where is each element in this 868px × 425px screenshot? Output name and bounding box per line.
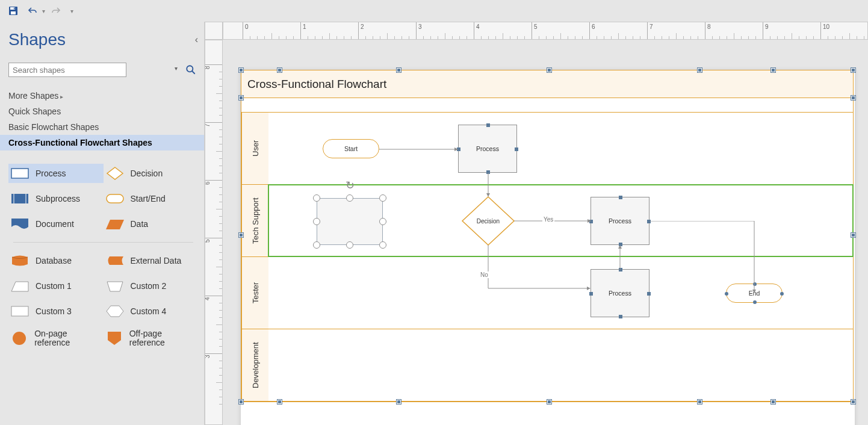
resize-handle[interactable] <box>379 218 386 225</box>
svg-point-17 <box>13 332 26 345</box>
stencil-custom1[interactable]: Custom 1 <box>11 279 101 293</box>
svg-rect-11 <box>107 194 123 203</box>
stencil-label: Start/End <box>131 194 166 203</box>
swimlane-container[interactable]: Cross-Functional Flowchart User <box>241 70 854 402</box>
collapse-panel-icon[interactable]: ‹ <box>195 34 198 45</box>
lane-label[interactable]: Tester <box>241 257 268 329</box>
undo-button[interactable] <box>24 2 41 19</box>
svg-marker-23 <box>486 193 490 197</box>
stencil-external-data[interactable]: External Data <box>106 253 196 268</box>
rotate-handle-icon[interactable]: ↻ <box>346 179 355 192</box>
stencil-label: Custom 1 <box>36 281 72 291</box>
ruler-corner <box>205 22 223 40</box>
shapes-panel-title: Shapes <box>8 30 66 49</box>
svg-rect-6 <box>11 169 28 178</box>
stencil-data[interactable]: Data <box>106 217 196 231</box>
svg-marker-25 <box>587 219 591 223</box>
shape-selected-process[interactable] <box>317 198 383 245</box>
svg-rect-2 <box>11 11 16 14</box>
lane-user[interactable]: User Start Process <box>241 113 853 185</box>
stencil-label: On-page reference <box>34 329 101 348</box>
resize-handle[interactable] <box>346 194 353 202</box>
lane-development[interactable]: Development <box>241 329 853 402</box>
category-more-shapes[interactable]: More Shapes <box>0 88 204 104</box>
shape-decision[interactable]: Decision <box>461 196 515 246</box>
search-input[interactable] <box>8 63 126 77</box>
save-button[interactable] <box>5 2 22 19</box>
resize-handle[interactable] <box>379 241 386 249</box>
svg-marker-18 <box>108 332 121 345</box>
connector-label-yes[interactable]: Yes <box>542 216 554 223</box>
svg-line-5 <box>192 71 195 74</box>
resize-handle[interactable] <box>346 241 353 249</box>
redo-button[interactable] <box>48 2 64 19</box>
svg-marker-20 <box>454 147 458 151</box>
svg-marker-28 <box>618 245 622 249</box>
stencil-decision[interactable]: Decision <box>106 166 196 181</box>
search-button[interactable] <box>184 63 198 77</box>
stencil-custom3[interactable]: Custom 3 <box>11 304 101 318</box>
stencil-custom2[interactable]: Custom 2 <box>106 279 196 293</box>
resize-handle[interactable] <box>379 194 386 202</box>
stencil-label: External Data <box>131 256 182 265</box>
shape-stencil-grid: Process Decision Subprocess Start/End Do… <box>8 158 198 356</box>
resize-handle[interactable] <box>313 194 320 202</box>
svg-marker-14 <box>107 282 123 291</box>
stencil-label: Off-page reference <box>129 329 196 348</box>
svg-marker-16 <box>107 306 123 317</box>
shape-process-1[interactable]: Process <box>458 125 517 173</box>
stencil-label: Data <box>131 219 149 229</box>
search-dropdown-icon[interactable]: ▾ <box>175 65 178 72</box>
ruler-vertical: 876543 <box>205 40 223 425</box>
lane-label[interactable]: Development <box>241 329 268 401</box>
svg-rect-15 <box>11 306 28 316</box>
stencil-label: Custom 2 <box>131 281 167 291</box>
svg-marker-29 <box>752 290 756 293</box>
stencil-startend[interactable]: Start/End <box>106 191 196 206</box>
shape-process-3[interactable]: Process <box>591 269 649 317</box>
drawing-canvas[interactable]: 01234567891011 876543 Cross-Functional F… <box>205 22 868 425</box>
stencil-subprocess[interactable]: Subprocess <box>11 191 101 206</box>
phase-strip[interactable] <box>241 98 853 113</box>
stencil-offpage-ref[interactable]: Off-page reference <box>106 329 196 348</box>
lane-label[interactable]: User <box>241 113 268 184</box>
stencil-label: Subprocess <box>36 194 80 203</box>
svg-marker-26 <box>587 287 591 290</box>
shapes-panel: Shapes ‹ ▾ More Shapes Quick Shapes Basi… <box>0 22 205 425</box>
stencil-label: Document <box>36 219 74 229</box>
shape-start[interactable]: Start <box>323 139 379 158</box>
category-quick-shapes[interactable]: Quick Shapes <box>0 104 204 119</box>
resize-handle[interactable] <box>313 218 320 225</box>
svg-marker-7 <box>107 167 123 179</box>
drawing-page[interactable]: Cross-Functional Flowchart User <box>241 70 855 425</box>
qat-customize-icon[interactable]: ▾ <box>70 8 73 14</box>
stencil-onpage-ref[interactable]: On-page reference <box>11 329 101 348</box>
stencil-process[interactable]: Process <box>8 164 104 183</box>
stencil-database[interactable]: Database <box>11 253 101 268</box>
ruler-horizontal: 01234567891011 <box>223 22 868 40</box>
undo-dropdown-icon[interactable]: ▾ <box>42 8 45 14</box>
swimlane-title[interactable]: Cross-Functional Flowchart <box>241 70 853 98</box>
stencil-label: Custom 3 <box>36 306 72 316</box>
stencil-document[interactable]: Document <box>11 217 101 231</box>
quick-access-toolbar: ▾ ▾ <box>0 0 868 22</box>
category-cross-functional[interactable]: Cross-Functional Flowchart Shapes <box>0 135 204 150</box>
category-basic-flowchart[interactable]: Basic Flowchart Shapes <box>0 119 204 135</box>
connector-label-no[interactable]: No <box>479 271 489 278</box>
svg-marker-13 <box>11 282 28 291</box>
stencil-label: Custom 4 <box>131 306 167 316</box>
lane-tester[interactable]: Tester Process <box>241 257 853 329</box>
stencil-custom4[interactable]: Custom 4 <box>106 304 196 318</box>
svg-marker-12 <box>106 220 124 229</box>
stencil-label: Decision <box>131 169 163 178</box>
svg-point-4 <box>187 66 193 72</box>
svg-rect-3 <box>14 8 15 10</box>
resize-handle[interactable] <box>313 241 320 249</box>
stencil-label: Process <box>36 169 66 178</box>
shape-process-2[interactable]: Process <box>591 197 649 245</box>
lane-label[interactable]: Tech Support <box>241 185 268 256</box>
stencil-label: Database <box>36 256 72 265</box>
